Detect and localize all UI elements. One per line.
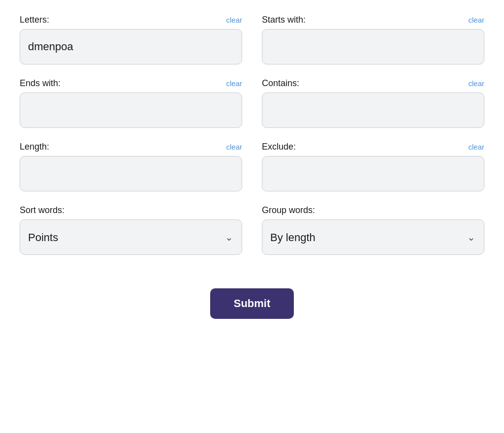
exclude-group: Exclude: clear [262,142,484,191]
length-label: Length: [20,142,49,152]
submit-row: Submit [20,288,484,319]
group-words-select[interactable]: By length By letter None [262,219,484,255]
sort-words-select[interactable]: Points Alphabetical Length [20,219,242,255]
letters-clear-button[interactable]: clear [226,16,242,24]
exclude-label: Exclude: [262,142,296,152]
contains-group: Contains: clear [262,78,484,128]
letters-label-row: Letters: clear [20,15,242,25]
length-label-row: Length: clear [20,142,242,152]
sort-words-select-wrapper: Points Alphabetical Length ⌄ [20,219,242,255]
starts-with-input[interactable] [262,29,484,64]
letters-group: Letters: clear [20,15,242,64]
main-container: Letters: clear Starts with: clear Ends w… [20,15,484,319]
contains-label: Contains: [262,78,299,89]
length-clear-button[interactable]: clear [226,143,242,151]
group-words-label: Group words: [262,205,315,216]
sort-words-label-row: Sort words: [20,205,242,216]
contains-input[interactable] [262,93,484,128]
starts-with-label-row: Starts with: clear [262,15,484,25]
exclude-label-row: Exclude: clear [262,142,484,152]
ends-with-label-row: Ends with: clear [20,78,242,89]
exclude-input[interactable] [262,156,484,191]
group-words-select-wrapper: By length By letter None ⌄ [262,219,484,255]
starts-with-label: Starts with: [262,15,306,25]
form-grid: Letters: clear Starts with: clear Ends w… [20,15,484,269]
length-input[interactable] [20,156,242,191]
exclude-clear-button[interactable]: clear [468,143,484,151]
letters-input[interactable] [20,29,242,64]
group-words-group: Group words: By length By letter None ⌄ [262,205,484,255]
group-words-label-row: Group words: [262,205,484,216]
sort-words-group: Sort words: Points Alphabetical Length ⌄ [20,205,242,255]
ends-with-group: Ends with: clear [20,78,242,128]
sort-words-label: Sort words: [20,205,64,216]
submit-button[interactable]: Submit [210,288,294,319]
contains-label-row: Contains: clear [262,78,484,89]
ends-with-label: Ends with: [20,78,61,89]
letters-label: Letters: [20,15,49,25]
ends-with-input[interactable] [20,93,242,128]
length-group: Length: clear [20,142,242,191]
contains-clear-button[interactable]: clear [468,79,484,88]
ends-with-clear-button[interactable]: clear [226,79,242,88]
starts-with-clear-button[interactable]: clear [468,16,484,24]
starts-with-group: Starts with: clear [262,15,484,64]
